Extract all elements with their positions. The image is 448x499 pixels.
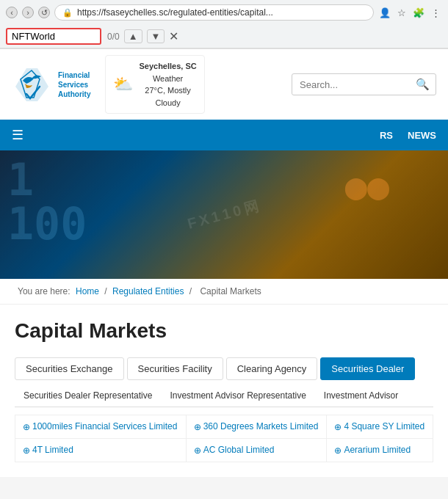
entity-table: ⊕ 1000miles Financial Services Limited ⊕… <box>15 415 433 462</box>
weather-text: Seychelles, SC Weather 27°C, Mostly Clou… <box>139 60 196 109</box>
hero-decorative-right: ●● <box>345 165 389 208</box>
page-title: Capital Markets <box>15 319 433 343</box>
nav-bar: ☰ RS NEWS <box>0 120 448 150</box>
hero-image: 1100 ●● FX110网 <box>0 150 448 279</box>
entity-link-1000miles[interactable]: ⊕ 1000miles Financial Services Limited <box>23 421 178 432</box>
browser-chrome: ‹ › ↺ 🔒 https://fsaseychelles.sc/regulat… <box>0 0 448 49</box>
search-input[interactable] <box>292 76 410 94</box>
forward-button[interactable]: › <box>22 7 34 18</box>
logo-text: Financial Services Authority <box>58 70 90 99</box>
search-button[interactable]: 🔍 <box>410 74 436 95</box>
weather-label: Weather <box>139 73 196 85</box>
sub-tab-investment-advisor-rep[interactable]: Investment Advisor Representative <box>161 386 314 407</box>
find-input[interactable] <box>6 28 101 45</box>
entity-cell-col2-row2: ⊕ AC Global Limited <box>186 439 327 462</box>
search-box: 🔍 <box>292 73 436 95</box>
plus-circle-icon-5: ⊕ <box>194 445 201 456</box>
find-next-button[interactable]: ▼ <box>147 29 165 43</box>
table-row: ⊕ 4T Limited ⊕ AC Global Limited ⊕ <box>15 439 433 462</box>
weather-temp: 27°C, Mostly <box>139 84 196 97</box>
logo-area: Financial Services Authority <box>12 65 90 105</box>
breadcrumb-prefix: You are here: <box>18 286 71 296</box>
menu-icon[interactable]: ⋮ <box>429 6 442 19</box>
find-count: 0/0 <box>107 32 120 42</box>
sub-tab-dealer-rep[interactable]: Securities Dealer Representative <box>15 386 161 407</box>
plus-circle-icon-4: ⊕ <box>23 445 30 456</box>
tab-clearing-agency[interactable]: Clearing Agency <box>226 357 318 380</box>
plus-circle-icon-3: ⊕ <box>334 422 342 432</box>
nav-link-news[interactable]: NEWS <box>408 130 436 141</box>
breadcrumb: You are here: Home / Regulated Entities … <box>0 279 448 305</box>
find-bar: 0/0 ▲ ▼ ✕ <box>0 25 448 48</box>
hamburger-icon[interactable]: ☰ <box>12 127 24 143</box>
breadcrumb-current: Capital Markets <box>200 286 261 296</box>
star-icon[interactable]: ☆ <box>395 6 408 19</box>
page-content: Financial Services Authority ⛅ Seychelle… <box>0 49 448 477</box>
hero-numbers: 1100 <box>7 158 87 246</box>
reload-button[interactable]: ↺ <box>38 7 50 18</box>
breadcrumb-regulated-entities[interactable]: Regulated Entities <box>112 286 184 296</box>
browser-icons: 👤 ☆ 🧩 ⋮ <box>378 6 442 19</box>
breadcrumb-home[interactable]: Home <box>76 286 99 296</box>
weather-widget: ⛅ Seychelles, SC Weather 27°C, Mostly Cl… <box>105 55 204 114</box>
entity-cell-col1-row2: ⊕ 4T Limited <box>15 439 187 462</box>
entity-cell-col3-row1: ⊕ 4 Square SY Limited <box>327 415 433 439</box>
breadcrumb-sep2: / <box>189 286 195 296</box>
find-prev-button[interactable]: ▲ <box>124 29 142 43</box>
plus-circle-icon-1: ⊕ <box>23 422 30 432</box>
browser-toolbar: ‹ › ↺ 🔒 https://fsaseychelles.sc/regulat… <box>0 0 448 25</box>
entity-cell-col2-row1: ⊕ 360 Degrees Markets Limited <box>186 415 327 439</box>
lock-icon: 🔒 <box>62 8 73 18</box>
url-text: https://fsaseychelles.sc/regulated-entit… <box>77 7 366 18</box>
nav-links: RS NEWS <box>380 130 436 141</box>
entity-link-360degrees[interactable]: ⊕ 360 Degrees Markets Limited <box>194 421 319 432</box>
entity-link-aerarium[interactable]: ⊕ Aerarium Limited <box>334 445 425 456</box>
table-row: ⊕ 1000miles Financial Services Limited ⊕… <box>15 415 433 439</box>
entity-link-acglobal[interactable]: ⊕ AC Global Limited <box>194 445 319 456</box>
plus-circle-icon-6: ⊕ <box>334 445 342 456</box>
fsa-logo <box>12 65 52 105</box>
hero-wrapper: 1100 ●● FX110网 <box>0 150 448 279</box>
extension-icon[interactable]: 🧩 <box>412 6 425 19</box>
tab-securities-exchange[interactable]: Securities Exchange <box>15 357 124 380</box>
entity-link-4square[interactable]: ⊕ 4 Square SY Limited <box>334 421 425 432</box>
weather-location: Seychelles, SC <box>139 60 196 73</box>
plus-circle-icon-2: ⊕ <box>194 422 201 432</box>
tabs-row: Securities Exchange Securities Facility … <box>15 357 433 380</box>
sub-tabs: Securities Dealer Representative Investm… <box>15 386 433 407</box>
tab-securities-facility[interactable]: Securities Facility <box>127 357 223 380</box>
find-close-button[interactable]: ✕ <box>169 29 178 43</box>
main-content: Capital Markets Securities Exchange Secu… <box>0 305 448 477</box>
entity-cell-col1-row1: ⊕ 1000miles Financial Services Limited <box>15 415 187 439</box>
site-header: Financial Services Authority ⛅ Seychelle… <box>0 49 448 120</box>
profile-icon[interactable]: 👤 <box>378 6 391 19</box>
weather-icon: ⛅ <box>113 75 133 94</box>
sub-tab-investment-advisor[interactable]: Investment Advisor <box>315 386 407 407</box>
nav-link-rs[interactable]: RS <box>380 130 393 141</box>
tab-securities-dealer[interactable]: Securities Dealer <box>320 357 415 380</box>
back-button[interactable]: ‹ <box>6 7 18 18</box>
weather-condition: Cloudy <box>139 97 196 109</box>
entity-cell-col3-row2: ⊕ Aerarium Limited <box>327 439 433 462</box>
address-bar[interactable]: 🔒 https://fsaseychelles.sc/regulated-ent… <box>54 4 374 21</box>
entity-link-4t[interactable]: ⊕ 4T Limited <box>23 445 178 456</box>
breadcrumb-sep1: / <box>104 286 109 296</box>
